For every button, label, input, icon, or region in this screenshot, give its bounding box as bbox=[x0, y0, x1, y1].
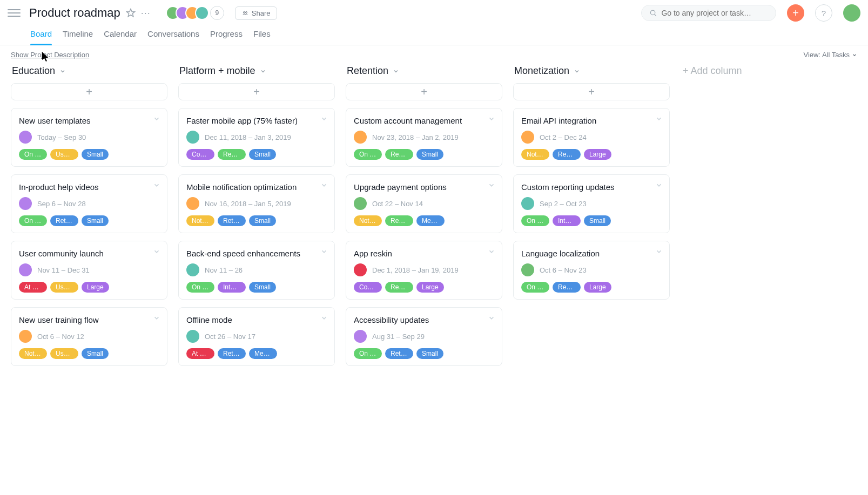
task-card[interactable]: Upgrade payment options Oct 22 – Nov 14 … bbox=[346, 174, 502, 233]
task-card[interactable]: App reskin Dec 1, 2018 – Jan 19, 2019 Co… bbox=[346, 241, 502, 300]
add-card-button[interactable]: + bbox=[11, 83, 167, 100]
tag[interactable]: On T… bbox=[521, 215, 549, 226]
tag[interactable]: Rete… bbox=[218, 215, 246, 226]
tab-board[interactable]: Board bbox=[30, 26, 52, 45]
tag[interactable]: Rev… bbox=[385, 149, 413, 160]
tag[interactable]: Inter… bbox=[553, 215, 581, 226]
tag[interactable]: Rete… bbox=[50, 215, 78, 226]
assignee-avatar[interactable] bbox=[186, 197, 199, 210]
assignee-avatar[interactable] bbox=[354, 197, 367, 210]
project-more-icon[interactable]: ··· bbox=[141, 8, 151, 19]
tag[interactable]: Not … bbox=[19, 348, 47, 359]
sidebar-toggle[interactable] bbox=[8, 6, 21, 19]
tag[interactable]: On T… bbox=[354, 348, 382, 359]
tab-timeline[interactable]: Timeline bbox=[63, 26, 93, 45]
assignee-avatar[interactable] bbox=[186, 263, 199, 276]
chevron-down-icon[interactable] bbox=[655, 181, 663, 189]
chevron-down-icon[interactable] bbox=[488, 248, 495, 255]
column-header[interactable]: Platform + mobile bbox=[178, 61, 335, 83]
tab-calendar[interactable]: Calendar bbox=[104, 26, 137, 45]
tag[interactable]: On T… bbox=[19, 149, 47, 160]
tag[interactable]: User… bbox=[50, 348, 78, 359]
tag[interactable]: User… bbox=[50, 282, 78, 293]
tag[interactable]: Rete… bbox=[385, 348, 413, 359]
tag[interactable]: On T… bbox=[354, 149, 382, 160]
assignee-avatar[interactable] bbox=[19, 197, 32, 210]
assignee-avatar[interactable] bbox=[521, 197, 534, 210]
tag[interactable]: Small bbox=[82, 149, 109, 160]
chevron-down-icon[interactable] bbox=[153, 115, 160, 123]
tab-conversations[interactable]: Conversations bbox=[147, 26, 199, 45]
chevron-down-icon[interactable] bbox=[488, 115, 495, 123]
tag[interactable]: Rev… bbox=[385, 215, 413, 226]
tag[interactable]: Not … bbox=[521, 149, 549, 160]
tag[interactable]: Small bbox=[82, 348, 109, 359]
chevron-down-icon[interactable] bbox=[655, 248, 663, 255]
tab-progress[interactable]: Progress bbox=[210, 26, 243, 45]
tag[interactable]: Small bbox=[82, 215, 109, 226]
assignee-avatar[interactable] bbox=[521, 131, 534, 144]
chevron-down-icon[interactable] bbox=[320, 115, 328, 123]
task-card[interactable]: Custom account management Nov 23, 2018 –… bbox=[346, 108, 502, 167]
tag[interactable]: Large bbox=[584, 282, 611, 293]
tag[interactable]: Rev… bbox=[218, 149, 246, 160]
chevron-down-icon[interactable] bbox=[153, 181, 160, 189]
chevron-down-icon[interactable] bbox=[153, 248, 160, 255]
tag[interactable]: Large bbox=[416, 282, 444, 293]
assignee-avatar[interactable] bbox=[354, 330, 367, 343]
add-card-button[interactable]: + bbox=[346, 83, 502, 100]
tag[interactable]: Rete… bbox=[218, 348, 246, 359]
tag[interactable]: On T… bbox=[186, 282, 214, 293]
star-icon[interactable] bbox=[126, 8, 136, 18]
view-filter[interactable]: View: All Tasks bbox=[803, 51, 857, 59]
chevron-down-icon[interactable] bbox=[488, 314, 495, 322]
assignee-avatar[interactable] bbox=[186, 330, 199, 343]
add-card-button[interactable]: + bbox=[513, 83, 670, 100]
tag[interactable]: Small bbox=[249, 215, 276, 226]
add-column-button[interactable]: + Add column bbox=[681, 61, 744, 81]
global-search-input[interactable] bbox=[661, 9, 768, 17]
tag[interactable]: Com… bbox=[354, 282, 382, 293]
chevron-down-icon[interactable] bbox=[320, 248, 328, 255]
tag[interactable]: Small bbox=[416, 348, 443, 359]
tag[interactable]: Small bbox=[416, 149, 443, 160]
global-search[interactable] bbox=[641, 5, 776, 21]
tag[interactable]: Not … bbox=[186, 215, 214, 226]
task-card[interactable]: Faster mobile app (75% faster) Dec 11, 2… bbox=[178, 108, 335, 167]
chevron-down-icon[interactable] bbox=[488, 181, 495, 189]
assignee-avatar[interactable] bbox=[354, 263, 367, 276]
tag[interactable]: On T… bbox=[521, 282, 549, 293]
tag[interactable]: Small bbox=[249, 149, 276, 160]
task-card[interactable]: In-product help videos Sep 6 – Nov 28 On… bbox=[11, 174, 167, 233]
tag[interactable]: Med… bbox=[416, 215, 445, 226]
tag[interactable]: Med… bbox=[249, 348, 277, 359]
tab-files[interactable]: Files bbox=[253, 26, 271, 45]
quick-add-button[interactable]: + bbox=[787, 4, 804, 22]
assignee-avatar[interactable] bbox=[186, 131, 199, 144]
task-card[interactable]: New user templates Today – Sep 30 On T…U… bbox=[11, 108, 167, 167]
tag[interactable]: Large bbox=[584, 149, 611, 160]
column-header[interactable]: Education bbox=[11, 61, 167, 83]
tag[interactable]: Large bbox=[82, 282, 109, 293]
project-members[interactable] bbox=[166, 6, 209, 20]
tag[interactable]: Rev… bbox=[553, 149, 581, 160]
tag[interactable]: User… bbox=[50, 149, 78, 160]
tag[interactable]: Small bbox=[249, 282, 276, 293]
assignee-avatar[interactable] bbox=[19, 263, 32, 276]
tag[interactable]: Rev… bbox=[385, 282, 413, 293]
assignee-avatar[interactable] bbox=[354, 131, 367, 144]
column-header[interactable]: Monetization bbox=[513, 61, 670, 83]
task-card[interactable]: Custom reporting updates Sep 2 – Oct 23 … bbox=[513, 174, 670, 233]
profile-avatar[interactable] bbox=[843, 4, 860, 22]
tag[interactable]: At Ri… bbox=[186, 348, 214, 359]
task-card[interactable]: Mobile notification optimization Nov 16,… bbox=[178, 174, 335, 233]
member-avatar[interactable] bbox=[195, 6, 209, 20]
assignee-avatar[interactable] bbox=[19, 131, 32, 144]
tag[interactable]: At Ri… bbox=[19, 282, 47, 293]
chevron-down-icon[interactable] bbox=[320, 181, 328, 189]
tag[interactable]: Small bbox=[584, 215, 611, 226]
add-card-button[interactable]: + bbox=[178, 83, 335, 100]
member-overflow-count[interactable]: 9 bbox=[210, 6, 224, 20]
task-card[interactable]: Language localization Oct 6 – Nov 23 On … bbox=[513, 241, 670, 300]
assignee-avatar[interactable] bbox=[521, 263, 534, 276]
